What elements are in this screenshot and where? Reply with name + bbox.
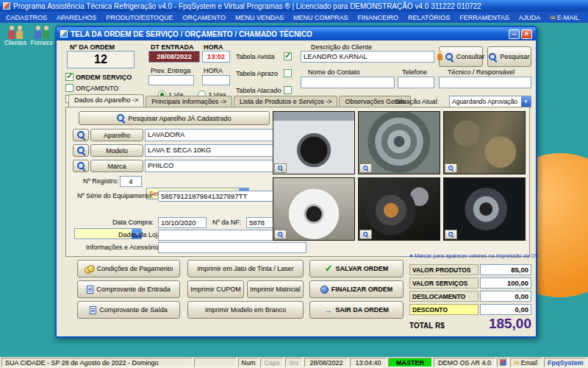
menu-item-cadastros[interactable]: CADASTROS: [6, 14, 47, 21]
zoom-photo-button[interactable]: [445, 230, 457, 239]
comprovante-saida-button[interactable]: Comprovante de Saída: [77, 301, 180, 319]
deslocamento-label: DESLOCAMENTO: [409, 291, 478, 302]
desconto-label: DESCONTO: [409, 304, 478, 315]
registro-field[interactable]: 4: [120, 176, 142, 187]
tabela-atacado-checkbox[interactable]: [284, 86, 292, 94]
info-acessorios-field[interactable]: [158, 242, 306, 253]
checkbox-row-tabela-atacado[interactable]: Tabela Atacado: [236, 86, 292, 94]
tab-dados-do-aparelho[interactable]: Dados do Aparelho ->: [68, 94, 144, 107]
consultar-button[interactable]: Consultar: [439, 46, 483, 67]
checkbox-row-orcamento[interactable]: ORÇAMENTO: [65, 84, 118, 92]
serie-label: Nº Série do Equipamento:: [77, 192, 154, 199]
photo-drum-closeup[interactable]: [443, 177, 526, 241]
sair-ordem-button[interactable]: → SAIR DA ORDEM: [309, 301, 404, 319]
orcamento-checkbox[interactable]: [65, 84, 74, 92]
imprimir-cupom-label: Imprimir CUPOM: [190, 286, 241, 293]
checkbox-row-tabela-avista[interactable]: Tabela Avista: [236, 52, 292, 60]
deslocamento-value[interactable]: 0,00: [480, 291, 531, 302]
document-icon: [87, 286, 93, 294]
prev-entrega-label: Prev. Entrega: [151, 67, 190, 74]
comprovante-entrada-button[interactable]: Comprovante de Entrada: [77, 280, 180, 298]
tabela-aprazo-checkbox[interactable]: [284, 69, 292, 77]
photo-motor-parts[interactable]: [358, 177, 440, 241]
zoom-photo-button[interactable]: [274, 163, 287, 173]
prev-entrega-field[interactable]: [148, 75, 194, 85]
aparelho-label-box: Aparelho: [90, 129, 143, 141]
zoom-photo-button[interactable]: [274, 230, 287, 239]
contato-field[interactable]: [301, 77, 395, 88]
hora-entrada-field[interactable]: 13:02: [202, 51, 230, 63]
condicoes-pagamento-label: Condições de Pagamento: [97, 265, 173, 272]
situacao-dropdown[interactable]: Aguardando Aprovação ▼: [449, 96, 531, 107]
imprimir-matricial-label: Imprimir Matricial: [250, 286, 301, 293]
prev-hora-field[interactable]: [202, 75, 230, 85]
menu-item-relatorios[interactable]: RELATÓRIOS: [408, 14, 450, 21]
zoom-photo-button[interactable]: [445, 163, 457, 173]
photo-grid: [273, 111, 526, 241]
checkbox-row-ordem-servico[interactable]: ORDEM SERVIÇO: [65, 73, 132, 81]
orcamento-label: ORÇAMENTO: [76, 85, 118, 92]
checkbox-row-tabela-aprazo[interactable]: Tabela Aprazo: [236, 69, 292, 77]
close-button[interactable]: ×: [521, 29, 532, 39]
status-user: MASTER: [388, 358, 432, 367]
status-date: 28/08/2022: [304, 358, 348, 367]
imprimir-jato-label: Imprimir em Jato de Tinta / Laser: [197, 265, 294, 272]
photo-washer-front[interactable]: [273, 111, 355, 174]
desconto-value[interactable]: 0,00: [480, 304, 531, 315]
cliente-label: Descrição do Cliente: [311, 43, 372, 51]
order-number-field[interactable]: 12: [67, 51, 135, 68]
status-email[interactable]: ✉Email: [510, 358, 542, 367]
imprimir-matricial-button[interactable]: Imprimir Matricial: [247, 280, 304, 298]
valor-produtos-value[interactable]: 85,00: [480, 264, 531, 275]
status-app-icon: [497, 358, 509, 367]
shortcut-fornecedores[interactable]: Fornece: [29, 24, 54, 46]
imprimir-jato-button[interactable]: Imprimir em Jato de Tinta / Laser: [187, 260, 304, 277]
condicoes-pagamento-button[interactable]: Condições de Pagamento: [77, 260, 180, 277]
consultar-label: Consultar: [456, 53, 485, 60]
search-icon: [489, 53, 497, 61]
menu-item-financeiro[interactable]: FINANCEIRO: [357, 14, 398, 21]
photo-washer-drum[interactable]: [358, 111, 440, 174]
menu-item-ajuda[interactable]: AJUDA: [519, 14, 541, 21]
menu-item-aparelhos[interactable]: APARELHOS: [57, 14, 96, 21]
tab-lista-produtos-servicos[interactable]: Lista de Produtos e Serviços ->: [234, 96, 337, 107]
photo-repair-bench[interactable]: [443, 111, 526, 174]
menu-item-menu-vendas[interactable]: MENU VENDAS: [235, 14, 284, 21]
total-value: 185,00: [451, 316, 531, 335]
menu-item-ferramentas[interactable]: FERRAMENTAS: [459, 14, 509, 21]
prev-hora-label: HORA: [204, 67, 223, 74]
telefone-field[interactable]: [398, 77, 434, 88]
photo-washer-full[interactable]: [273, 177, 355, 241]
shortcut-clientes[interactable]: Clientes: [3, 24, 28, 46]
status-bar: SUA CIDADE - SP 28 de Agosto de 2022 - D…: [0, 357, 588, 368]
tecnico-field[interactable]: [439, 77, 531, 88]
modelo-label-box: Modelo: [90, 144, 143, 157]
chevron-down-icon[interactable]: ▼: [521, 96, 531, 107]
imprimir-modelo-branco-button[interactable]: Imprimir Modelo em Branco: [187, 301, 304, 319]
marca-search-button[interactable]: [73, 160, 89, 172]
zoom-photo-button[interactable]: [359, 230, 372, 239]
info-acessorios-label: Informações e Acessórios:: [86, 244, 164, 251]
valor-servicos-value[interactable]: 100,00: [480, 277, 531, 289]
cliente-field[interactable]: LEANDRO KARNAL: [301, 51, 434, 63]
tab-principais-informacoes[interactable]: Principais Informações ->: [146, 96, 232, 107]
dt-entrada-field[interactable]: 28/08/2022: [148, 51, 200, 63]
pesquisar-aparelho-button[interactable]: Pesquisar Aparelho JÁ Cadastrado: [79, 111, 270, 125]
ordem-servico-checkbox[interactable]: [65, 73, 74, 81]
coins-icon: [85, 265, 94, 273]
menu-item-menu-compras[interactable]: MENU COMPRAS: [293, 14, 348, 21]
zoom-photo-button[interactable]: [359, 163, 372, 173]
menu-item-orcamento[interactable]: ORÇAMENTO: [183, 14, 226, 21]
menu-item-email[interactable]: ✉E-MAIL: [550, 14, 579, 21]
minimize-button[interactable]: –: [509, 29, 520, 39]
window-title: TELA DA ORDEM DE SERVIÇO / ORÇAMENTO / C…: [71, 30, 312, 38]
finalizar-ordem-button[interactable]: FINALIZAR ORDEM: [309, 280, 404, 298]
tabela-avista-checkbox[interactable]: [284, 52, 292, 60]
data-compra-field[interactable]: 10/10/2020: [158, 217, 207, 228]
aparelho-search-button[interactable]: [73, 129, 89, 141]
pesquisar-button[interactable]: Pesquisar: [487, 46, 531, 67]
menu-item-produto-estoque[interactable]: PRODUTO/ESTOQUE: [106, 14, 173, 21]
modelo-search-button[interactable]: [73, 144, 89, 157]
imprimir-cupom-button[interactable]: Imprimir CUPOM: [187, 280, 244, 298]
salvar-ordem-button[interactable]: ✓ SALVAR ORDEM: [309, 260, 404, 277]
